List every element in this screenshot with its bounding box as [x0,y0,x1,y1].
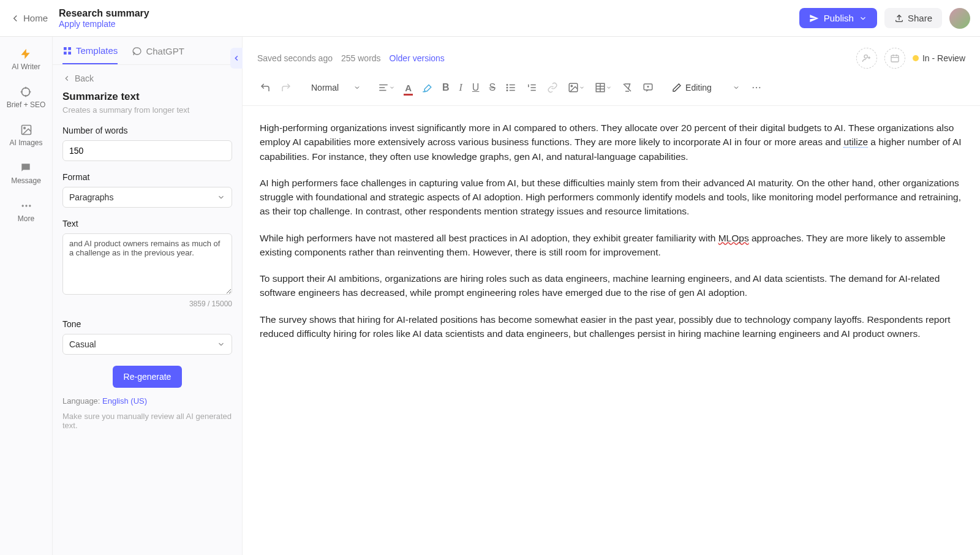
nav-rail: AI Writer Brief + SEO AI Images Message … [0,37,53,555]
table-button[interactable] [591,78,616,97]
chevron-down-icon [859,14,867,23]
nav-brief-seo[interactable]: Brief + SEO [7,86,46,109]
paragraph-style-select[interactable]: Normal [305,79,367,96]
svg-rect-12 [68,47,71,50]
toolbar: Normal A B I U S Editing [243,75,980,106]
paragraph[interactable]: While high performers have not mastered … [260,231,963,260]
nav-label: AI Writer [12,62,40,71]
back-link[interactable]: Back [53,65,242,88]
status-dot-icon [913,55,919,61]
paragraph[interactable]: To support their AI ambitions, organizat… [260,271,963,300]
tab-chatgpt[interactable]: ChatGPT [132,45,184,64]
field-num-words: Number of words [62,126,232,161]
panel-subtitle: Creates a summary from longer text [62,105,232,115]
bullet-list-button[interactable] [502,78,520,97]
text-textarea[interactable]: and AI product owners remains as much of… [62,233,232,295]
publish-button[interactable]: Publish [799,8,877,28]
redo-button[interactable] [277,78,295,97]
bullet-list-icon [505,82,516,93]
more-tools-button[interactable] [747,78,766,97]
document[interactable]: High-performing organizations invest sig… [243,106,980,555]
spell-mark[interactable]: MLOps [718,233,749,243]
paragraph-style-value: Normal [311,83,339,92]
status-label: In - Review [922,53,965,63]
send-icon [809,13,819,23]
text-color-icon: A [405,83,412,93]
comment-button[interactable] [639,78,657,97]
home-link[interactable]: Home [10,13,48,24]
paragraph[interactable]: High-performing organizations invest sig… [260,121,963,164]
chevron-down-icon [606,85,612,91]
align-left-icon [378,82,389,93]
svg-rect-13 [64,51,67,55]
clear-format-button[interactable] [618,78,636,97]
text-color-button[interactable]: A [401,79,415,97]
language-label: Language: [62,396,102,406]
tone-value: Casual [69,339,96,349]
nav-message[interactable]: Message [11,162,41,185]
title-block: Research summary Apply template [59,8,799,29]
nav-label: Brief + SEO [7,100,46,109]
nav-more[interactable]: More [18,200,34,223]
nav-label: AI Images [9,138,42,147]
format-select[interactable]: Paragraphs [62,187,232,208]
link-button[interactable] [543,78,562,97]
redo-icon [281,82,292,93]
undo-button[interactable] [256,78,274,97]
editor-top: Saved seconds ago 255 words Older versio… [243,37,980,75]
chat-icon [20,162,32,174]
user-plus-icon [862,53,872,63]
svg-point-7 [23,127,25,129]
italic-button[interactable]: I [456,78,466,97]
paragraph[interactable]: AI high performers face challenges in ca… [260,176,963,219]
highlight-button[interactable] [418,78,436,97]
older-versions-link[interactable]: Older versions [390,53,445,63]
saved-text: Saved seconds ago [257,53,333,63]
nav-ai-images[interactable]: AI Images [9,124,42,147]
nav-ai-writer[interactable]: AI Writer [12,48,40,71]
numbered-list-button[interactable] [522,78,541,97]
svg-point-1 [22,88,30,96]
grammar-mark[interactable]: utilize [843,137,868,148]
add-assignee-button[interactable] [856,48,877,69]
color-bar [404,94,413,96]
bold-button[interactable]: B [439,78,453,97]
editing-mode-select[interactable]: Editing [667,79,745,96]
svg-point-27 [507,90,508,91]
chat-icon [132,47,142,56]
link-icon [547,82,558,93]
num-words-label: Number of words [62,126,232,135]
strike-button[interactable]: S [485,78,499,97]
templates-icon [62,46,72,56]
share-button[interactable]: Share [884,8,942,28]
dots-icon [751,82,762,93]
status-badge[interactable]: In - Review [913,53,965,63]
nav-label: Message [11,176,41,185]
pencil-icon [672,83,682,92]
home-label: Home [23,13,48,23]
paragraph[interactable]: The survey shows that hiring for AI-rela… [260,312,963,341]
underline-icon: U [472,82,480,93]
num-words-input[interactable] [62,140,232,161]
back-label: Back [75,74,94,83]
language-link[interactable]: English (US) [102,396,147,406]
add-date-button[interactable] [884,48,905,69]
align-button[interactable] [374,78,399,97]
sidebar: Templates ChatGPT Back Summarize text Cr… [53,37,243,555]
chevron-left-icon [232,54,241,62]
sidebar-tabs: Templates ChatGPT [53,37,242,65]
avatar[interactable] [949,8,970,29]
editor: Saved seconds ago 255 words Older versio… [243,37,980,555]
apply-template-link[interactable]: Apply template [59,19,799,29]
panel-title: Summarize text [62,91,232,103]
regenerate-button[interactable]: Re-generate [113,366,183,388]
wordcount-text: 255 words [341,53,381,63]
tab-templates[interactable]: Templates [62,45,118,64]
image-button[interactable] [564,78,589,97]
chevron-down-icon [353,84,361,91]
tone-select[interactable]: Casual [62,334,232,355]
underline-button[interactable]: U [469,78,483,97]
nav-label: More [18,214,34,223]
collapse-sidebar-button[interactable] [230,48,243,69]
tab-label: Templates [76,45,118,56]
